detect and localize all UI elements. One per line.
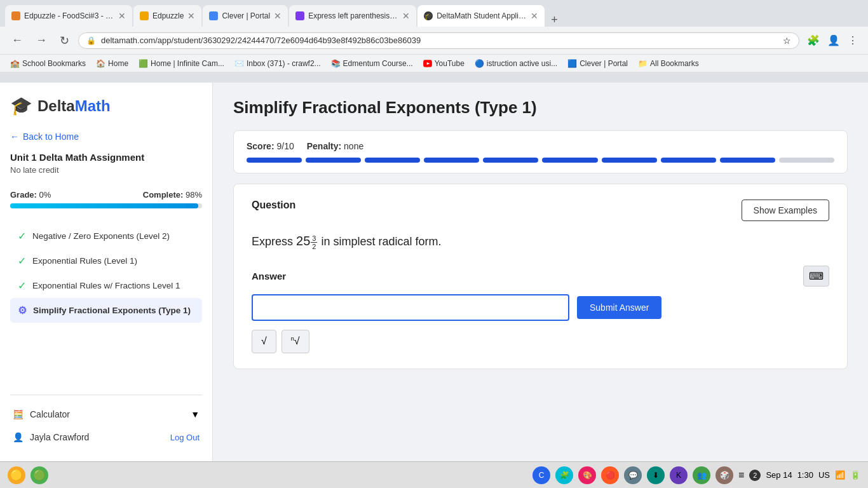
- tab-close-3[interactable]: ✕: [274, 11, 281, 21]
- tab-close-2[interactable]: ✕: [187, 11, 195, 21]
- forward-button[interactable]: →: [32, 31, 51, 50]
- grade-progress-fill: [10, 203, 198, 208]
- grade-info: Grade: 0% Complete: 98%: [10, 185, 202, 208]
- taskbar-icon-2[interactable]: 🟢: [31, 466, 48, 484]
- question-suffix: in simplest radical form.: [321, 235, 441, 248]
- progress-dot-3: [365, 158, 420, 163]
- exponent-fraction: 32: [311, 234, 317, 250]
- answer-input[interactable]: [252, 294, 569, 321]
- tab-label-3: Clever | Portal: [222, 11, 270, 20]
- bookmark-edmentum[interactable]: 📚 Edmentum Course...: [329, 58, 416, 69]
- progress-dot-8: [661, 158, 716, 163]
- tab-close-4[interactable]: ✕: [402, 11, 410, 21]
- app-icon-9[interactable]: 🎲: [715, 466, 733, 484]
- bookmark-clever[interactable]: 🟦 Clever | Portal: [565, 58, 630, 69]
- calculator-left: 🧮 Calculator: [13, 409, 70, 419]
- topic-label-3: Simplify Fractional Exponents (Type 1): [33, 306, 191, 315]
- bookmark-youtube[interactable]: YouTube: [421, 58, 467, 69]
- progress-dots: [247, 158, 834, 163]
- check-icon-1: ✓: [18, 255, 26, 267]
- score-value: 9/10: [276, 141, 294, 151]
- extensions-icon[interactable]: 🧩: [804, 32, 822, 49]
- spinner-icon-3: ⚙: [18, 304, 27, 316]
- topic-item-3[interactable]: ⚙ Simplify Fractional Exponents (Type 1): [10, 298, 202, 323]
- taskbar-icon-1[interactable]: 🟡: [8, 466, 25, 484]
- exp-denominator: 2: [311, 243, 317, 250]
- tab-5[interactable]: 🎓 DeltaMath Student Applicati... ✕: [417, 5, 545, 27]
- calculator-icon: 🧮: [13, 409, 24, 419]
- address-bar[interactable]: 🔒 deltamath.com/app/student/3630292/2424…: [78, 32, 799, 49]
- topic-label-1: Exponential Rules (Level 1): [32, 256, 137, 266]
- topic-item-0[interactable]: ✓ Negative / Zero Exponents (Level 2): [10, 224, 202, 248]
- progress-dot-2: [306, 158, 361, 163]
- keyboard-toggle-button[interactable]: ⌨: [803, 266, 829, 287]
- question-prefix: Express: [252, 235, 296, 248]
- taskbar: 🟡 🟢 C 🧩 🎨 🔴 💬 ⬇ K 👥 🎲 ≡ 2 Sep 14 1:30 US…: [0, 461, 868, 488]
- tab-favicon-3: [209, 11, 218, 20]
- app-icon-7[interactable]: K: [670, 466, 688, 484]
- menu-icon[interactable]: ⋮: [845, 32, 860, 49]
- tab-close-1[interactable]: ✕: [118, 11, 126, 21]
- progress-dot-7: [602, 158, 657, 163]
- progress-dot-4: [424, 158, 479, 163]
- app-icon-5[interactable]: 💬: [624, 466, 642, 484]
- bookmark-all[interactable]: 📁 All Bookmarks: [635, 58, 702, 69]
- grade-label: Grade: 0%: [10, 190, 51, 200]
- bookmark-infinite[interactable]: 🟩 Home | Infinite Cam...: [136, 58, 227, 69]
- app-icon-8[interactable]: 👥: [693, 466, 710, 484]
- region-label: US: [818, 470, 830, 480]
- logo: 🎓 DeltaMath: [10, 95, 202, 116]
- bookmark-home[interactable]: 🏠 Home: [93, 58, 131, 69]
- sqrt-button[interactable]: √: [252, 330, 276, 353]
- topic-item-1[interactable]: ✓ Exponential Rules (Level 1): [10, 248, 202, 273]
- back-button[interactable]: ←: [8, 31, 27, 50]
- calculator-row[interactable]: 🧮 Calculator ▼: [10, 403, 202, 426]
- app-icon-4[interactable]: 🔴: [601, 466, 619, 484]
- tab-close-5[interactable]: ✕: [531, 11, 538, 21]
- answer-input-row: Submit Answer: [252, 294, 829, 321]
- question-box: Question Show Examples Express 2532 in s…: [233, 184, 848, 369]
- app-icon-2[interactable]: 🧩: [555, 466, 573, 484]
- assignment-title: Unit 1 Delta Math Assignment: [10, 152, 202, 163]
- new-tab-button[interactable]: +: [546, 13, 563, 27]
- chrome-icon[interactable]: C: [532, 466, 550, 484]
- progress-dot-6: [542, 158, 597, 163]
- assignment-info: Unit 1 Delta Math Assignment No late cre…: [10, 152, 202, 175]
- calculator-chevron-icon: ▼: [191, 409, 200, 419]
- profile-icon[interactable]: 👤: [825, 32, 843, 49]
- taskbar-menu-icon[interactable]: ≡: [738, 470, 744, 481]
- score-line: Score: 9/10 Penalty: none: [247, 141, 834, 151]
- show-examples-button[interactable]: Show Examples: [742, 200, 829, 221]
- check-icon-2: ✓: [18, 280, 26, 292]
- topic-label-0: Negative / Zero Exponents (Level 2): [32, 231, 170, 241]
- back-to-home-link[interactable]: ← Back to Home: [10, 132, 202, 142]
- topic-item-2[interactable]: ✓ Exponential Rules w/ Fractions Level 1: [10, 273, 202, 298]
- bookmark-school[interactable]: 🏫 School Bookmarks: [8, 58, 88, 69]
- taskbar-time: 1:30: [797, 470, 813, 480]
- tab-3[interactable]: Clever | Portal ✕: [203, 5, 288, 27]
- check-icon-0: ✓: [18, 230, 26, 242]
- tab-favicon-4: [295, 11, 304, 20]
- star-icon[interactable]: ☆: [783, 36, 791, 46]
- main-layout: 🎓 DeltaMath ← Back to Home Unit 1 Delta …: [0, 83, 868, 461]
- lock-icon: 🔒: [86, 36, 96, 45]
- logo-icon: 🎓: [10, 95, 32, 116]
- bookmark-inbox[interactable]: ✉️ Inbox (371) - crawf2...: [232, 58, 323, 69]
- tab-1[interactable]: Edpuzzle - FoodSci#3 - Food... ✕: [5, 5, 132, 27]
- submit-answer-button[interactable]: Submit Answer: [577, 296, 661, 319]
- logout-link[interactable]: Log Out: [170, 433, 200, 442]
- tab-favicon-2: [140, 11, 149, 20]
- tab-4[interactable]: Express left parenthesis 6 cu... ✕: [289, 5, 416, 27]
- bookmark-istruction[interactable]: 🔵 istruction active usi...: [472, 58, 560, 69]
- app-icon-3[interactable]: 🎨: [578, 466, 596, 484]
- answer-label-text: Answer: [252, 271, 286, 281]
- battery-icon: 🔋: [850, 470, 860, 480]
- tab-2[interactable]: Edpuzzle ✕: [133, 5, 201, 27]
- app-icon-6[interactable]: ⬇: [647, 466, 665, 484]
- page-title: Simplify Fractional Exponents (Type 1): [233, 98, 848, 118]
- sidebar-bottom: 🧮 Calculator ▼ 👤 Jayla Crawford Log Out: [10, 395, 202, 449]
- nth-root-button[interactable]: n√: [281, 330, 309, 353]
- no-late-credit: No late credit: [10, 165, 202, 175]
- refresh-button[interactable]: ↻: [56, 31, 73, 50]
- nav-bar: ← → ↻ 🔒 deltamath.com/app/student/363029…: [0, 27, 868, 55]
